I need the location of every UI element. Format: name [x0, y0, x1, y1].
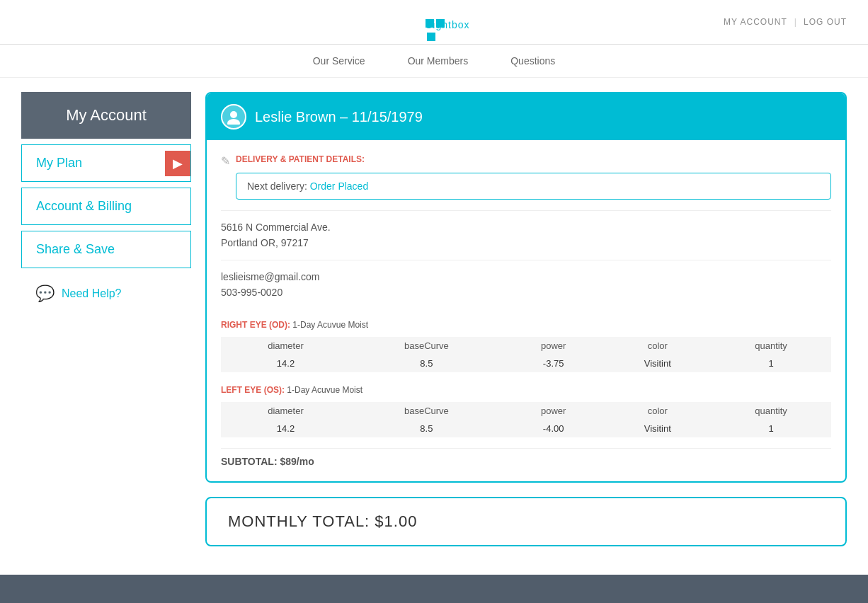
col-diameter: diameter: [221, 337, 350, 355]
patient-avatar: [221, 104, 246, 130]
left-eye-product: 1-Day Acuvue Moist: [287, 385, 362, 395]
log-out-link[interactable]: LOG OUT: [804, 17, 847, 27]
patient-header: Leslie Brown – 11/15/1979: [207, 93, 845, 140]
top-nav-questions[interactable]: Questions: [510, 55, 555, 67]
my-plan-link[interactable]: My Plan: [36, 156, 82, 171]
monthly-total: MONTHLY TOTAL: $1.00: [205, 497, 847, 546]
next-delivery-label: Next delivery:: [247, 180, 307, 192]
svg-point-0: [230, 111, 237, 118]
sidebar: My Account My Plan ▶ Account & Billing S…: [21, 92, 191, 546]
address-line1: 5616 N Commercial Ave.: [221, 219, 831, 235]
logo-square: [436, 19, 445, 28]
delivery-section-title: DELIVERY & PATIENT DETAILS:: [236, 154, 831, 164]
left-col-basecurve: baseCurve: [350, 402, 503, 420]
right-eye-product: 1-Day Acuvue Moist: [292, 320, 368, 330]
left-eye-data-row: 14.2 8.5 -4.00 Visitint 1: [221, 420, 831, 437]
left-col-quantity: quantity: [711, 402, 831, 420]
right-eye-quantity: 1: [711, 355, 831, 372]
main-content: My Account My Plan ▶ Account & Billing S…: [0, 78, 868, 561]
patient-card: Leslie Brown – 11/15/1979 ✎ DELIVERY & P…: [205, 92, 847, 483]
right-eye-table: diameter baseCurve power color quantity …: [221, 337, 831, 372]
need-help-label: Need Help?: [62, 287, 122, 300]
top-nav: Our Service Our Members Questions: [0, 45, 868, 78]
left-col-diameter: diameter: [221, 402, 350, 420]
left-eye-section-title: LEFT EYE (OS): 1-Day Acuvue Moist: [221, 385, 831, 395]
contact-section: leslieisme@gmail.com 503-995-0020: [221, 260, 831, 309]
logo-text: Sightbox: [426, 19, 434, 28]
left-eye-table: diameter baseCurve power color quantity …: [221, 402, 831, 437]
left-eye-quantity: 1: [711, 420, 831, 437]
account-billing-link[interactable]: Account & Billing: [36, 199, 132, 214]
subtotal: SUBTOTAL: $89/mo: [221, 448, 831, 467]
right-eye-label: RIGHT EYE (OD):: [221, 320, 290, 330]
col-color: color: [605, 337, 712, 355]
svg-point-1: [227, 119, 240, 125]
need-help-link[interactable]: 💬 Need Help?: [21, 274, 191, 314]
left-eye-basecurve: 8.5: [350, 420, 503, 437]
sidebar-item-my-plan[interactable]: My Plan ▶: [21, 144, 191, 182]
top-nav-our-members[interactable]: Our Members: [408, 55, 469, 67]
edit-icon[interactable]: ✎: [221, 154, 230, 168]
col-basecurve: baseCurve: [350, 337, 503, 355]
left-eye-diameter: 14.2: [221, 420, 350, 437]
left-col-color: color: [605, 402, 712, 420]
chat-icon: 💬: [35, 285, 55, 303]
left-col-power: power: [503, 402, 605, 420]
table-header-row: diameter baseCurve power color quantity: [221, 337, 831, 355]
content-area: Leslie Brown – 11/15/1979 ✎ DELIVERY & P…: [205, 92, 847, 546]
left-eye-label: LEFT EYE (OS):: [221, 385, 285, 395]
patient-name-dob: Leslie Brown – 11/15/1979: [255, 109, 423, 125]
order-placed-link[interactable]: Order Placed: [310, 180, 368, 192]
sidebar-item-account-billing[interactable]: Account & Billing: [21, 188, 191, 225]
my-plan-arrow: ▶: [165, 151, 190, 176]
col-power: power: [503, 337, 605, 355]
share-save-link[interactable]: Share & Save: [36, 242, 115, 257]
logo: Sightbox: [423, 11, 445, 33]
patient-email: leslieisme@gmail.com: [221, 269, 831, 285]
my-account-link[interactable]: MY ACCOUNT: [724, 17, 787, 27]
footer: COMPANY Our Service Our Members Question…: [0, 575, 868, 603]
sidebar-item-share-save[interactable]: Share & Save: [21, 231, 191, 268]
top-nav-our-service[interactable]: Our Service: [313, 55, 365, 67]
header-nav: MY ACCOUNT | LOG OUT: [724, 17, 847, 27]
address-section: 5616 N Commercial Ave. Portland OR, 9721…: [221, 210, 831, 260]
right-eye-diameter: 14.2: [221, 355, 350, 372]
address-line2: Portland OR, 97217: [221, 235, 831, 251]
user-icon: [226, 109, 241, 125]
right-eye-basecurve: 8.5: [350, 355, 503, 372]
right-eye-color: Visitint: [605, 355, 712, 372]
next-delivery-box: Next delivery: Order Placed: [236, 173, 831, 200]
patient-phone: 503-995-0020: [221, 285, 831, 300]
header: Sightbox MY ACCOUNT | LOG OUT: [0, 0, 868, 45]
nav-separator: |: [794, 17, 796, 27]
patient-body: ✎ DELIVERY & PATIENT DETAILS: Next deliv…: [207, 140, 845, 481]
delivery-section: ✎ DELIVERY & PATIENT DETAILS: Next deliv…: [221, 154, 831, 200]
right-eye-section-title: RIGHT EYE (OD): 1-Day Acuvue Moist: [221, 320, 831, 330]
left-table-header-row: diameter baseCurve power color quantity: [221, 402, 831, 420]
left-eye-color: Visitint: [605, 420, 712, 437]
right-eye-data-row: 14.2 8.5 -3.75 Visitint 1: [221, 355, 831, 372]
left-eye-power: -4.00: [503, 420, 605, 437]
right-eye-power: -3.75: [503, 355, 605, 372]
col-quantity: quantity: [711, 337, 831, 355]
sidebar-title: My Account: [21, 92, 191, 139]
